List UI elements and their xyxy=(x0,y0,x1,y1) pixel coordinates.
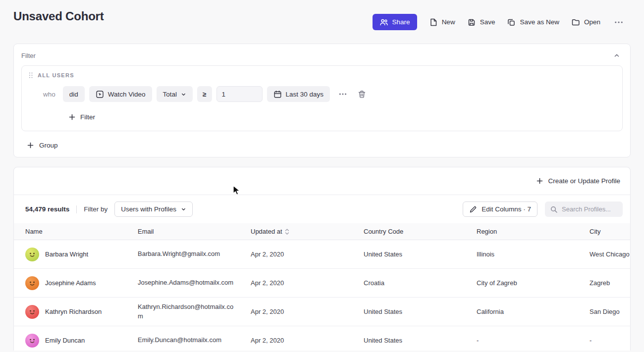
add-filter-button[interactable]: Filter xyxy=(68,113,95,121)
plus-icon xyxy=(536,177,543,185)
profiles-table-header: NameEmailUpdated atCountry CodeRegionCit… xyxy=(14,223,630,240)
profile-email-cell: Emily.Duncan@hotmailx.com xyxy=(138,336,251,345)
avatar xyxy=(25,248,39,261)
profile-filter-value: Users with Profiles xyxy=(121,205,176,213)
profile-updated-cell: Apr 2, 2020 xyxy=(251,308,364,315)
collapse-filter-button[interactable] xyxy=(611,50,622,61)
more-options-button[interactable] xyxy=(612,19,625,26)
operator-selector-label: ≥ xyxy=(203,91,206,98)
drag-handle-icon[interactable] xyxy=(28,72,33,79)
pencil-icon xyxy=(469,205,477,213)
did-selector[interactable]: did xyxy=(63,86,85,102)
column-header-region[interactable]: Region xyxy=(477,228,590,235)
profiles-table-body: Barbara WrightBarbara.Wright@gmailx.comA… xyxy=(14,240,630,351)
chevron-down-icon xyxy=(181,206,186,212)
profile-name: Kathryn Richardson xyxy=(45,308,102,315)
profile-city-cell: San Diego xyxy=(590,308,631,315)
group-scope-label: ALL USERS xyxy=(38,72,74,78)
profile-name: Barbara Wright xyxy=(45,251,88,258)
column-header-label: City xyxy=(590,228,600,235)
event-icon xyxy=(96,90,104,99)
who-label: who xyxy=(43,91,55,98)
add-group-button[interactable]: Group xyxy=(27,142,58,149)
ellipsis-icon xyxy=(339,93,347,96)
profile-region-cell: City of Zagreb xyxy=(477,279,590,287)
profile-country-cell: United States xyxy=(364,251,477,258)
edit-columns-label: Edit Columns · 7 xyxy=(482,205,531,213)
new-button[interactable]: New xyxy=(429,18,455,27)
column-header-updated-at[interactable]: Updated at xyxy=(251,228,364,235)
profile-country-cell: United States xyxy=(364,308,477,315)
delete-filter-button[interactable] xyxy=(356,88,368,101)
profile-region-cell: - xyxy=(477,337,590,344)
operator-selector[interactable]: ≥ xyxy=(197,86,212,102)
profile-city-cell: West Chicago xyxy=(590,251,631,258)
profile-email-cell: Barbara.Wright@gmailx.com xyxy=(138,250,251,259)
profile-name: Josephine Adams xyxy=(45,279,96,287)
did-selector-label: did xyxy=(69,91,78,98)
event-filter-row: who did Watch Video Total ≥ xyxy=(22,86,622,102)
table-row[interactable]: Kathryn RichardsonKathryn.Richardson@hot… xyxy=(14,298,630,326)
aggregation-selector-label: Total xyxy=(163,91,177,98)
filter-group-box: ALL USERS who did Watch Video Total xyxy=(21,65,623,131)
cohort-builder-page: Unsaved Cohort Share New Save xyxy=(0,0,644,351)
results-toolbar: 54,479 results Filter by Users with Prof… xyxy=(14,195,630,223)
page-title: Unsaved Cohort xyxy=(13,9,104,23)
profile-name-cell: Barbara Wright xyxy=(14,248,138,261)
profile-filter-dropdown[interactable]: Users with Profiles xyxy=(114,201,193,217)
column-header-label: Email xyxy=(138,228,154,235)
profile-country-cell: Croatia xyxy=(364,279,477,287)
header-actions: Share New Save Save as New xyxy=(373,14,625,30)
column-header-country-code[interactable]: Country Code xyxy=(364,228,477,235)
profile-search[interactable] xyxy=(545,201,623,217)
profile-country-cell: United States xyxy=(364,337,477,344)
ellipsis-icon xyxy=(614,21,623,24)
date-range-label: Last 30 days xyxy=(286,91,324,98)
threshold-input[interactable] xyxy=(216,86,263,102)
date-range-selector[interactable]: Last 30 days xyxy=(267,86,330,102)
save-as-new-button[interactable]: Save as New xyxy=(507,18,559,27)
event-selector-label: Watch Video xyxy=(108,91,146,98)
profile-email-cell: Josephine.Adams@hotmailx.com xyxy=(138,278,251,288)
event-selector[interactable]: Watch Video xyxy=(89,86,152,102)
results-panel: Create or Update Profile 54,479 results … xyxy=(13,167,631,351)
column-header-name[interactable]: Name xyxy=(14,228,138,235)
chevron-up-icon xyxy=(613,52,620,59)
save-icon xyxy=(467,18,476,27)
avatar xyxy=(25,276,39,290)
profile-name-cell: Kathryn Richardson xyxy=(14,305,138,319)
open-button[interactable]: Open xyxy=(571,18,600,27)
save-button[interactable]: Save xyxy=(467,18,495,27)
sort-icon[interactable] xyxy=(285,228,289,235)
column-header-email[interactable]: Email xyxy=(138,228,251,235)
new-button-label: New xyxy=(442,18,455,26)
filter-panel: Filter ALL USERS who did xyxy=(13,44,631,157)
share-button[interactable]: Share xyxy=(373,14,417,30)
profile-name-cell: Josephine Adams xyxy=(14,276,138,290)
filter-panel-title: Filter xyxy=(21,52,36,59)
filter-options-button[interactable] xyxy=(337,91,349,98)
profile-region-cell: Illinois xyxy=(477,251,590,258)
chevron-down-icon xyxy=(181,92,186,97)
trash-icon xyxy=(358,90,366,99)
plus-icon xyxy=(27,142,34,149)
search-input[interactable] xyxy=(562,205,618,213)
profile-city-cell: - xyxy=(590,337,631,344)
edit-columns-button[interactable]: Edit Columns · 7 xyxy=(463,201,537,217)
create-or-update-profile-button[interactable]: Create or Update Profile xyxy=(536,177,620,185)
profile-region-cell: California xyxy=(477,308,590,315)
column-header-label: Name xyxy=(25,228,43,235)
table-row[interactable]: Josephine AdamsJosephine.Adams@hotmailx.… xyxy=(14,269,630,298)
save-button-label: Save xyxy=(480,18,495,26)
calendar-icon xyxy=(273,90,282,99)
search-icon xyxy=(550,205,558,213)
table-row[interactable]: Emily DuncanEmily.Duncan@hotmailx.comApr… xyxy=(14,326,630,351)
new-document-icon xyxy=(429,18,438,27)
create-or-update-profile-label: Create or Update Profile xyxy=(548,177,620,185)
aggregation-selector[interactable]: Total xyxy=(157,86,193,102)
column-header-city[interactable]: City xyxy=(590,228,631,235)
top-bar: Unsaved Cohort Share New Save xyxy=(0,0,644,44)
share-button-label: Share xyxy=(392,18,410,26)
table-row[interactable]: Barbara WrightBarbara.Wright@gmailx.comA… xyxy=(14,240,630,269)
profile-email-cell: Kathryn.Richardson@hotmailx.com xyxy=(138,302,251,321)
